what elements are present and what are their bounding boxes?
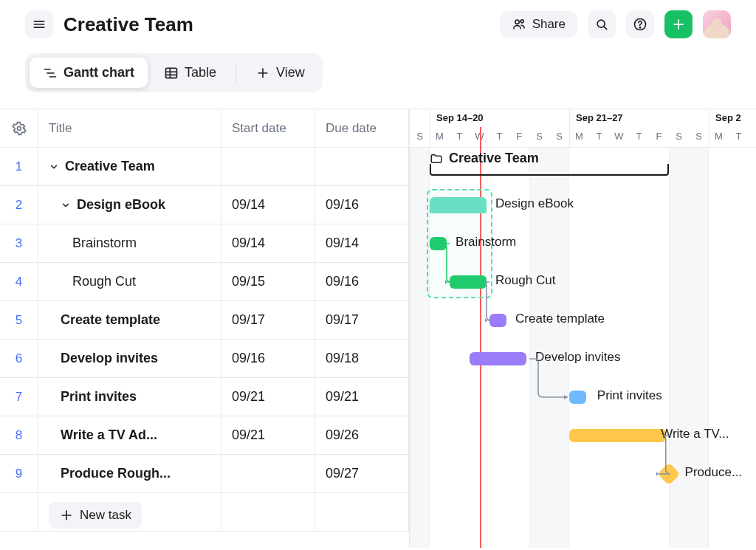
- due-cell[interactable]: [315, 148, 409, 185]
- task-name-cell[interactable]: Produce Rough...: [38, 455, 221, 492]
- table-row[interactable]: 1Creative Team: [0, 148, 409, 186]
- task-name-cell[interactable]: Print invites: [38, 378, 221, 416]
- view-tabs: Gantt chart Table View: [25, 53, 323, 92]
- row-number: 6: [0, 340, 38, 377]
- bar-label: Rough Cut: [495, 273, 555, 288]
- search-button[interactable]: [588, 10, 616, 38]
- due-cell[interactable]: 09/27: [315, 455, 409, 492]
- day-label: S: [410, 131, 430, 144]
- add-button[interactable]: [664, 10, 693, 38]
- chart-row: Produce...: [410, 455, 756, 493]
- start-cell[interactable]: 09/14: [221, 224, 315, 262]
- task-name-cell[interactable]: Creative Team: [38, 148, 221, 185]
- start-cell[interactable]: 09/21: [221, 378, 315, 416]
- svg-line-6: [604, 27, 607, 30]
- milestone[interactable]: [658, 462, 681, 485]
- bar-label: Design eBook: [495, 196, 574, 211]
- gantt-chart[interactable]: Sep 14–20 Sep 21–27 Sep 2 SMTWTFSSMTWTFS…: [409, 109, 756, 548]
- day-label: S: [689, 131, 709, 144]
- row-number: 5: [0, 301, 38, 339]
- due-cell[interactable]: 09/21: [315, 378, 409, 416]
- tab-add-view[interactable]: View: [242, 58, 318, 88]
- svg-rect-14: [166, 68, 177, 78]
- gantt-bar[interactable]: [450, 275, 487, 289]
- start-cell[interactable]: 09/16: [221, 340, 315, 377]
- page-title: Creative Team: [63, 13, 489, 36]
- gantt-bar[interactable]: [470, 352, 526, 365]
- group-label[interactable]: Creative Team: [430, 151, 539, 166]
- task-name: Creative Team: [65, 159, 155, 174]
- chart-row: Brainstorm: [410, 224, 756, 263]
- bar-label: Develop invites: [535, 350, 620, 365]
- table-row[interactable]: 4Rough Cut09/1509/16: [0, 263, 409, 301]
- start-cell[interactable]: 09/17: [221, 301, 315, 339]
- due-cell[interactable]: 09/14: [315, 224, 409, 262]
- task-name: Design eBook: [77, 197, 165, 213]
- new-task-button[interactable]: New task: [49, 502, 142, 529]
- chevron-down-icon[interactable]: [49, 162, 59, 172]
- due-cell[interactable]: 09/16: [315, 186, 409, 224]
- chart-row: Creative Team: [410, 148, 756, 186]
- table-row[interactable]: 3Brainstorm09/1409/14: [0, 224, 409, 263]
- plus-icon: [59, 508, 74, 523]
- due-cell[interactable]: 09/16: [315, 263, 409, 300]
- bar-label: Print invites: [597, 388, 662, 403]
- day-label: W: [609, 131, 629, 144]
- table-row[interactable]: 2Design eBook09/1409/16: [0, 186, 409, 224]
- task-name-cell[interactable]: Develop invites: [38, 340, 221, 377]
- tab-table[interactable]: Table: [151, 58, 230, 88]
- share-button[interactable]: Share: [500, 11, 577, 38]
- gantt-bar[interactable]: [569, 429, 666, 442]
- gantt-bar[interactable]: [430, 237, 447, 250]
- svg-point-4: [520, 20, 523, 23]
- table-row[interactable]: 9Produce Rough...09/27: [0, 455, 409, 493]
- table-row[interactable]: 7Print invites09/2109/21: [0, 378, 409, 416]
- task-name-cell[interactable]: Rough Cut: [38, 263, 221, 300]
- gantt-bar[interactable]: [489, 314, 506, 327]
- task-name-cell[interactable]: Write a TV Ad...: [38, 416, 221, 454]
- start-cell[interactable]: [221, 148, 315, 185]
- bar-label: Create template: [515, 312, 605, 326]
- settings-button[interactable]: [0, 109, 38, 147]
- start-cell[interactable]: 09/15: [221, 263, 315, 300]
- task-name-cell[interactable]: Brainstorm: [38, 224, 221, 262]
- gantt-bar[interactable]: [569, 391, 586, 404]
- col-header-title[interactable]: Title: [38, 109, 221, 147]
- tab-gantt[interactable]: Gantt chart: [30, 58, 148, 88]
- day-label: S: [529, 131, 549, 144]
- avatar[interactable]: [703, 10, 731, 38]
- svg-point-8: [639, 27, 640, 28]
- day-label: M: [569, 131, 589, 144]
- menu-button[interactable]: [25, 10, 53, 38]
- chevron-down-icon[interactable]: [61, 200, 71, 210]
- folder-icon: [430, 152, 443, 165]
- start-cell[interactable]: 09/14: [221, 186, 315, 224]
- due-cell: [315, 493, 409, 531]
- col-header-start[interactable]: Start date: [221, 109, 315, 147]
- tab-separator: [236, 63, 236, 83]
- table-row[interactable]: 8Write a TV Ad...09/2109/26: [0, 416, 409, 455]
- due-cell[interactable]: 09/18: [315, 340, 409, 377]
- help-button[interactable]: [626, 10, 654, 38]
- gantt-icon: [43, 66, 58, 80]
- due-cell[interactable]: 09/26: [315, 416, 409, 454]
- start-cell[interactable]: 09/21: [221, 416, 315, 454]
- plus-icon: [671, 17, 686, 32]
- new-task-row: New task: [0, 493, 409, 532]
- task-name: Rough Cut: [72, 274, 136, 289]
- day-label: T: [729, 131, 749, 144]
- col-header-due[interactable]: Due date: [315, 109, 409, 147]
- task-name-cell[interactable]: Design eBook: [38, 186, 221, 224]
- plus-icon: [255, 66, 270, 80]
- day-label: M: [709, 131, 729, 144]
- start-cell[interactable]: [221, 455, 315, 492]
- group-bracket: [430, 168, 669, 176]
- tab-add-view-label: View: [276, 65, 305, 80]
- due-cell[interactable]: 09/17: [315, 301, 409, 339]
- task-name-cell[interactable]: Create template: [38, 301, 221, 339]
- table-row[interactable]: 5Create template09/1709/17: [0, 301, 409, 340]
- table-row[interactable]: 6Develop invites09/1609/18: [0, 340, 409, 378]
- gantt-bar[interactable]: [430, 197, 487, 213]
- day-label: F: [509, 131, 529, 144]
- day-label: S: [669, 131, 689, 144]
